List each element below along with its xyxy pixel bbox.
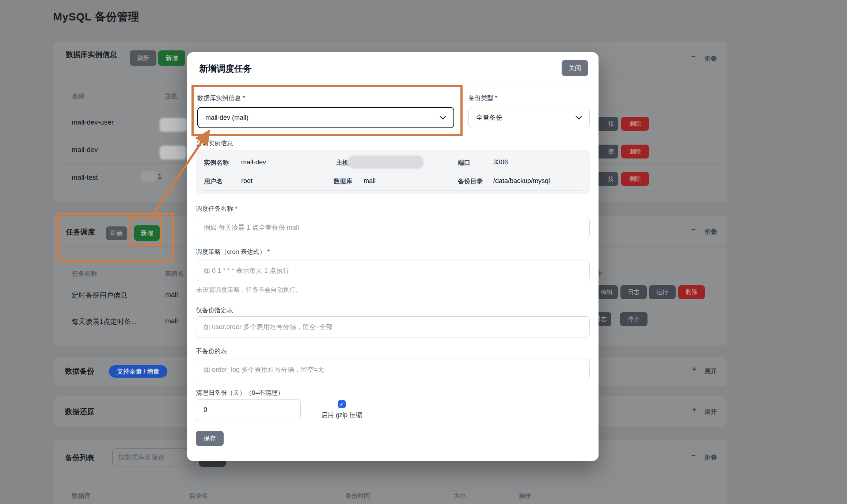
- instance-row-name: mall-dev: [72, 146, 98, 154]
- instance-row-name: mall-test: [72, 173, 98, 182]
- task-row-name: 定时备份用户信息: [72, 291, 127, 300]
- add-schedule-task-modal: 新增调度任务 关闭 数据库实例信息 * mall-dev (mall) 备份类型…: [187, 52, 599, 461]
- save-button[interactable]: 保存: [196, 431, 224, 446]
- tasks-add-button[interactable]: 新增: [134, 225, 160, 241]
- cron-label: 调度策略（cron 表达式） *: [196, 248, 270, 256]
- type-select-value: 全量备份: [476, 113, 502, 122]
- exclude-tables-label: 不备份的表: [196, 347, 227, 355]
- instances-card-title: 数据库实例信息: [66, 50, 117, 60]
- info-user-value: root: [241, 177, 252, 185]
- full-incremental-badge: 支持全量 / 增量: [109, 365, 167, 378]
- divider: [54, 475, 727, 475]
- info-name-value: mall-dev: [241, 159, 266, 166]
- instance-delete-button[interactable]: 删除: [621, 117, 649, 131]
- cron-input[interactable]: [196, 260, 590, 281]
- include-tables-label: 仅备份指定表: [196, 306, 233, 314]
- include-tables-input[interactable]: [196, 316, 590, 337]
- minus-icon[interactable]: −: [691, 226, 696, 234]
- page-title: MySQL 备份管理: [53, 9, 139, 24]
- tasks-refresh-button[interactable]: 刷新: [106, 226, 127, 240]
- task-name-label: 调度任务名称 *: [196, 205, 237, 213]
- redacted-host-blob: [160, 146, 186, 160]
- list-col-size: 大小: [453, 492, 466, 500]
- task-delete-button[interactable]: 删除: [678, 285, 705, 299]
- chevron-down-icon: [440, 116, 446, 120]
- instance-delete-button[interactable]: 删除: [621, 145, 649, 159]
- restore-card-title: 数据还原: [65, 407, 94, 417]
- redacted-host-blob: [348, 156, 424, 169]
- host-visible-fragment: 1: [158, 172, 162, 180]
- info-dir-label: 备份目录: [458, 177, 483, 186]
- gzip-checkbox[interactable]: ✓: [338, 400, 346, 408]
- instances-col-host: 主机: [165, 92, 178, 100]
- redacted-host-blob: [160, 118, 187, 132]
- modal-close-button[interactable]: 关闭: [562, 60, 588, 76]
- plus-icon[interactable]: +: [692, 406, 696, 414]
- list-col-dirname: 目录名: [189, 492, 208, 500]
- screen: MySQL 备份管理 数据库实例信息 刷新 新增 − 折叠 名称 主机 mall…: [0, 0, 847, 504]
- divider: [203, 190, 582, 191]
- cron-help-text: 未设置调度策略，任务不会自动执行。: [196, 286, 302, 294]
- instance-row-name: mall-dev-user: [72, 118, 114, 126]
- modal-title: 新增调度任务: [199, 63, 252, 75]
- current-info-label: 当前实例信息: [196, 139, 233, 148]
- info-host-label: 主机: [336, 159, 349, 167]
- info-port-value: 3306: [493, 159, 508, 166]
- instances-col-name: 名称: [72, 92, 84, 100]
- task-stop-button[interactable]: 停止: [620, 312, 647, 326]
- cleanup-days-input[interactable]: [196, 399, 301, 420]
- instance-select-value: mall-dev (mall): [205, 114, 248, 122]
- info-db-label: 数据库: [334, 177, 352, 186]
- info-dir-value: /data/backup/mysql: [493, 177, 550, 185]
- list-col-database: 数据库: [72, 492, 91, 500]
- task-row-instance: mall: [165, 291, 178, 299]
- tasks-card-title: 任务调度: [66, 227, 95, 237]
- list-col-time: 备份时间: [345, 492, 370, 500]
- backup-list-title: 备份列表: [65, 453, 94, 463]
- instances-refresh-button[interactable]: 刷新: [130, 50, 156, 66]
- info-port-label: 端口: [458, 159, 470, 167]
- info-name-label: 实例名称: [204, 159, 229, 167]
- tasks-collapse-toggle[interactable]: 折叠: [704, 228, 717, 236]
- check-icon: ✓: [339, 401, 344, 408]
- backup-list-collapse-toggle[interactable]: 折叠: [704, 453, 717, 462]
- task-row-name: 每天凌晨1点定时备...: [72, 317, 137, 327]
- backup-type-select[interactable]: 全量备份: [468, 107, 590, 128]
- instances-add-button[interactable]: 新增: [158, 50, 185, 66]
- instances-collapse-toggle[interactable]: 折叠: [704, 54, 717, 63]
- chevron-down-icon: [576, 116, 582, 120]
- database-filter-input[interactable]: [112, 448, 194, 466]
- task-row-instance: mall: [165, 317, 178, 325]
- divider: [203, 172, 582, 172]
- restore-expand-toggle[interactable]: 展开: [704, 408, 717, 416]
- redacted-host-blob: [140, 171, 156, 182]
- divider: [187, 84, 599, 84]
- current-info-panel: 实例名称 mall-dev 主机 端口 3306 用户名 root 数据库 ma…: [196, 150, 590, 194]
- gzip-option: ✓ 启用 gzip 压缩: [307, 400, 376, 419]
- minus-icon[interactable]: −: [691, 53, 696, 61]
- info-user-label: 用户名: [204, 177, 223, 186]
- info-db-value: mall: [364, 177, 376, 185]
- task-run-button[interactable]: 运行: [649, 285, 676, 299]
- task-log-button[interactable]: 日志: [620, 285, 647, 299]
- task-name-input[interactable]: [196, 217, 590, 238]
- backup-card-title: 数据备份: [65, 366, 94, 376]
- list-col-actions: 操作: [519, 492, 531, 500]
- gzip-label: 启用 gzip 压缩: [321, 411, 362, 419]
- cleanup-label: 清理旧备份（天）（0=不清理）: [196, 389, 284, 397]
- backup-expand-toggle[interactable]: 展开: [704, 367, 717, 375]
- tasks-col-task: 任务名称: [72, 270, 97, 278]
- instance-delete-button[interactable]: 删除: [621, 172, 649, 186]
- exclude-tables-input[interactable]: [196, 359, 590, 380]
- type-select-label: 备份类型 *: [468, 94, 497, 102]
- task-edit-button[interactable]: 编辑: [596, 285, 618, 299]
- plus-icon[interactable]: +: [692, 365, 696, 374]
- minus-icon[interactable]: −: [691, 451, 696, 460]
- instance-select-label: 数据库实例信息 *: [197, 94, 245, 102]
- tasks-col-instance: 实例名: [165, 270, 184, 278]
- instance-select[interactable]: mall-dev (mall): [197, 107, 454, 128]
